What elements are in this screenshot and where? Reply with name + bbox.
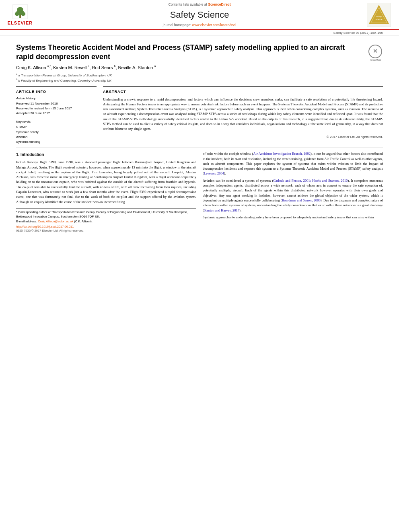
journal-header: ELSEVIER Contents lists available at Sci… (0, 0, 399, 30)
section-divider (16, 148, 383, 148)
abstract-title: ABSTRACT (103, 89, 383, 94)
svg-point-5 (21, 12, 25, 16)
intro-para4: Systemic approaches to understanding saf… (203, 215, 383, 220)
title-section: Systems Theoretic Accident Model and Pro… (16, 40, 383, 62)
footnote-star: * Corresponding author at: Transportatio… (16, 210, 196, 219)
keyword-3: Aviation (16, 135, 97, 139)
email-link[interactable]: Craig.Allison@soton.ac.uk (38, 220, 73, 223)
intro-para2: of bolts within the cockpit window (Air … (203, 151, 383, 176)
svg-point-4 (15, 12, 19, 16)
homepage-link[interactable]: www.elsevier.com/locate/ssci (192, 23, 237, 27)
crossmark-badge: ✕ CrossMark (368, 45, 383, 62)
main-left-col: 1. Introduction British Airways flight 5… (16, 151, 196, 233)
info-abstract-section: ARTICLE INFO Article history: Received 1… (16, 86, 383, 144)
intro-para3: Aviation can be considered a system of s… (203, 178, 383, 213)
ref-stanton[interactable]: Stanton and Harvey, 2017 (204, 208, 239, 212)
footnote-email: E-mail address: Craig.Allison@soton.ac.u… (16, 220, 196, 224)
safety-science-badge: safety science (367, 3, 391, 27)
keyword-1: STAMP (16, 125, 97, 129)
abstract-text: Understanding a crew's response to a rap… (103, 97, 383, 131)
journal-homepage: journal homepage: www.elsevier.com/locat… (40, 23, 359, 28)
sciencedirect-line: Contents lists available at ScienceDirec… (40, 2, 359, 7)
journal-center: Contents lists available at ScienceDirec… (36, 2, 363, 28)
ref-leveson[interactable]: Leveson, 2004 (204, 171, 224, 175)
journal-title: Safety Science (40, 9, 359, 21)
elsevier-tree-icon (12, 4, 28, 19)
ref-aaib[interactable]: Air Accidents Investigation Branch, 1992 (253, 152, 311, 156)
svg-text:science: science (376, 18, 383, 21)
abstract-box: ABSTRACT Understanding a crew's response… (103, 86, 383, 144)
ref-carlock[interactable]: Carlock and Fenton, 2001; Harris and Sta… (273, 179, 348, 183)
main-content: 1. Introduction British Airways flight 5… (16, 151, 383, 233)
copyright-line: © 2017 Elsevier Ltd. All rights reserved… (103, 135, 383, 139)
ref-boardman[interactable]: Boardman and Sauser, 2006 (282, 198, 321, 202)
keywords-section: Keywords: STAMP Systemic safety Aviation… (16, 119, 97, 144)
doi-footer-link[interactable]: http://dx.doi.org/10.1016/j.ssci.2017.06… (16, 225, 196, 229)
intro-heading: 1. Introduction (16, 152, 196, 158)
main-right-col: of bolts within the cockpit window (Air … (203, 151, 383, 233)
doi-top-bar: Safety Science 98 (2017) 159–166 (0, 30, 399, 36)
issn-line: 0925-7535/© 2017 Elsevier Ltd. All right… (16, 229, 196, 233)
footnote-section: * Corresponding author at: Transportatio… (16, 208, 196, 233)
revised-date: Received in revised form 15 June 2017 (16, 106, 97, 111)
affiliations: a a Transportation Research Group, Unive… (16, 72, 383, 83)
journal-badge-area: safety science (363, 3, 395, 27)
article-info-box: ARTICLE INFO Article history: Received 1… (16, 86, 97, 144)
history-label: Article history: (16, 96, 97, 101)
crossmark-label: CrossMark (368, 59, 383, 62)
received-date: Received 11 November 2016 (16, 101, 97, 106)
elsevier-logo: ELSEVIER (4, 4, 36, 26)
intro-para1: British Airways flight 5390, June 1990, … (16, 160, 196, 204)
elsevier-wordmark: ELSEVIER (8, 20, 33, 26)
keyword-4: Systems thinking (16, 140, 97, 144)
article-body: Systems Theoretic Accident Model and Pro… (0, 36, 399, 237)
authors-line: Craig K. Allison a,*, Kirsten M. Revell … (16, 64, 383, 71)
badge-svg: safety science (367, 3, 391, 27)
keyword-2: Systemic safety (16, 130, 97, 134)
article-title: Systems Theoretic Accident Model and Pro… (16, 43, 368, 62)
doi-top-text: Safety Science 98 (2017) 159–166 (333, 31, 383, 35)
svg-point-6 (17, 7, 23, 11)
sciencedirect-link[interactable]: ScienceDirect (208, 2, 230, 6)
article-info-title: ARTICLE INFO (16, 89, 97, 94)
accepted-date: Accepted 20 June 2017 (16, 111, 97, 115)
keywords-label: Keywords: (16, 119, 97, 124)
crossmark-icon: ✕ (368, 45, 382, 58)
svg-text:safety: safety (376, 15, 382, 18)
